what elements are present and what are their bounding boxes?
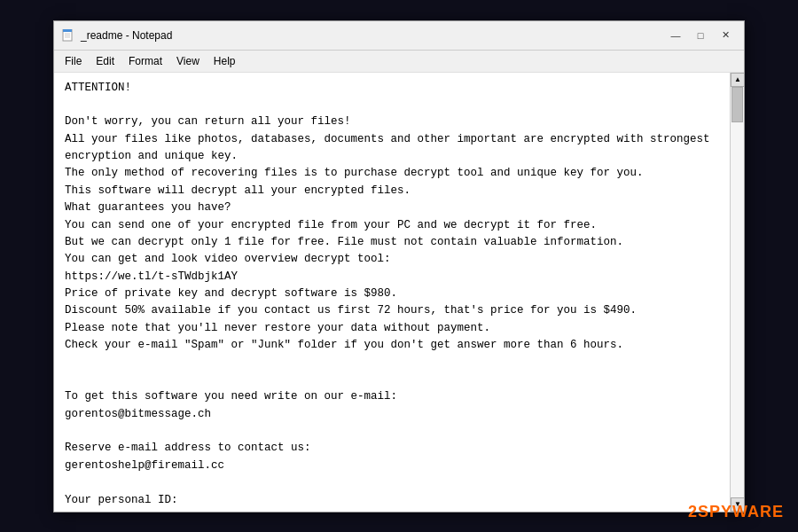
menu-file[interactable]: File (58, 52, 89, 70)
menu-format[interactable]: Format (121, 52, 169, 70)
scrollbar-thumb[interactable] (732, 87, 743, 122)
watermark-spy: SPYWARE (698, 503, 784, 520)
content-area: ATTENTION! Don't worry, you can return a… (54, 73, 744, 512)
close-button[interactable]: ✕ (714, 27, 737, 44)
text-editor[interactable]: ATTENTION! Don't worry, you can return a… (54, 73, 730, 512)
menu-view[interactable]: View (169, 52, 207, 70)
notepad-icon (61, 28, 75, 43)
menu-edit[interactable]: Edit (89, 52, 121, 70)
title-bar: _readme - Notepad — □ ✕ (54, 21, 744, 51)
svg-rect-1 (63, 29, 72, 32)
scrollbar[interactable]: ▲ ▼ (730, 73, 744, 512)
notepad-window: _readme - Notepad — □ ✕ File Edit Format… (53, 20, 745, 512)
window-controls: — □ ✕ (664, 27, 737, 44)
watermark: 2SPYWARE (688, 503, 784, 521)
window-title: _readme - Notepad (81, 29, 172, 42)
menu-help[interactable]: Help (207, 52, 243, 70)
menu-bar: File Edit Format View Help (54, 51, 744, 73)
title-bar-left: _readme - Notepad (61, 28, 172, 43)
minimize-button[interactable]: — (664, 27, 687, 44)
scrollbar-track[interactable] (731, 87, 744, 497)
scroll-up-arrow[interactable]: ▲ (731, 73, 744, 87)
maximize-button[interactable]: □ (689, 27, 712, 44)
watermark-2: 2 (688, 503, 698, 520)
